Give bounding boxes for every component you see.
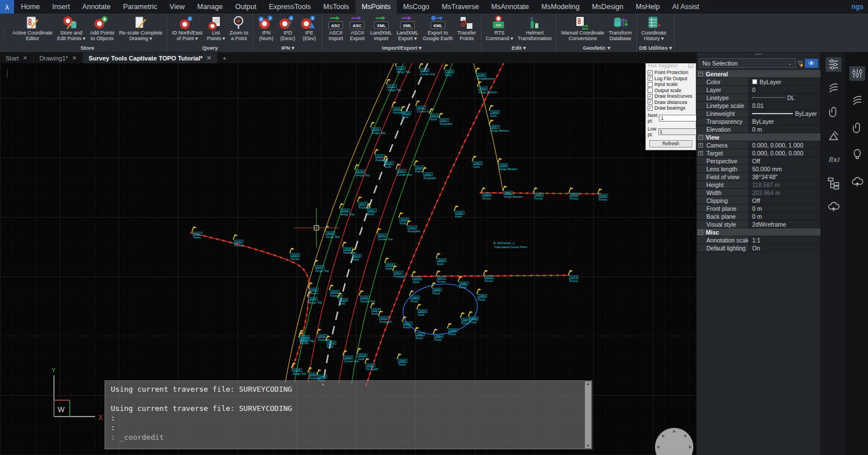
navigation-ball[interactable] — [655, 428, 693, 455]
group-label[interactable]: Query — [170, 44, 250, 52]
doc-tab-drawing1[interactable]: Drawing1*✕ — [34, 53, 83, 63]
menu-item-insert[interactable]: Insert — [46, 0, 76, 14]
survey-point[interactable]: 2086Pond — [458, 276, 468, 289]
checkbox[interactable]: ✓ — [648, 99, 653, 105]
survey-point[interactable]: 2030Footpath — [316, 328, 330, 341]
manual-coordinate-conversions-button[interactable]: Manual CoordinateConversions — [559, 15, 606, 42]
ribbon-grip[interactable]: ⋮⋮ — [0, 14, 8, 52]
checkbox[interactable]: ✓ — [648, 76, 653, 81]
property-value[interactable]: ByLayer — [795, 110, 817, 117]
survey-line-centerline[interactable] — [323, 63, 428, 385]
survey-point[interactable]: 2071Fence — [436, 270, 446, 283]
property-value[interactable]: ByLayer — [760, 79, 782, 85]
survey-point[interactable]: 2029Footpath — [329, 284, 342, 297]
survey-point[interactable]: 2007Footpath — [439, 112, 452, 125]
layers-b-icon[interactable] — [849, 93, 865, 108]
doc-tab-start[interactable]: Start✕ — [0, 53, 34, 63]
export-google-earth-button[interactable]: KMLExport toGoogle Earth — [420, 15, 455, 42]
section-view[interactable]: −View — [697, 133, 821, 141]
property-value[interactable]: 1:1 — [752, 237, 761, 244]
materials-icon[interactable] — [826, 128, 841, 143]
menu-item-msannotate[interactable]: MsAnnotate — [485, 0, 535, 14]
checkbox[interactable] — [648, 82, 653, 87]
rts-command-button[interactable]: </>RTSCommand ▾ — [484, 15, 516, 42]
toggle-draw-lines-curves[interactable]: ✓Draw lines/curves — [646, 93, 696, 99]
close-icon[interactable]: ✕ — [23, 55, 27, 61]
list-points-button[interactable]: ListPoints ▾ — [205, 15, 227, 42]
survey-point[interactable]: 2045Footpath — [364, 358, 378, 371]
property-value[interactable]: 0 m — [752, 205, 762, 212]
menu-item-msmodeling[interactable]: MsModeling — [535, 0, 585, 14]
menu-item-output[interactable]: Output — [229, 0, 263, 14]
survey-point[interactable]: 2061Kerb — [472, 155, 483, 168]
zoom-to-point-button[interactable]: Zoom toa Point — [227, 15, 250, 42]
survey-point[interactable]: 2028Footpath — [342, 241, 355, 254]
survey-point[interactable]: 2019Kerb — [401, 106, 411, 119]
survey-point[interactable]: 2034Verge Top — [339, 203, 354, 216]
cloud-b-icon[interactable] — [849, 175, 865, 189]
menu-item-ai-assist[interactable]: AI Assist — [666, 0, 705, 14]
survey-point[interactable]: 2020Kerb — [383, 155, 394, 168]
property-value[interactable]: 118.587 m — [752, 181, 780, 188]
checkbox[interactable]: ✓ — [648, 94, 653, 99]
survey-line-verge-left[interactable] — [285, 63, 394, 382]
close-icon[interactable]: ✕ — [72, 55, 76, 61]
survey-point[interactable]: 2047Verge Top — [314, 259, 329, 272]
scroll-up-icon[interactable]: ▲ — [587, 382, 589, 386]
landxml-import-button[interactable]: XMLLandXMLImport — [368, 15, 394, 42]
checkbox[interactable] — [648, 88, 653, 93]
ascii-import-button[interactable]: ASCASCIIImport — [325, 15, 346, 42]
group-label[interactable]: IPN ▾ — [255, 44, 320, 52]
property-value[interactable]: 0 — [752, 86, 756, 93]
survey-point[interactable]: 2070Kerb — [411, 271, 422, 284]
survey-point[interactable]: 2106VergeBottom — [475, 67, 495, 80]
close-icon[interactable]: ✕ — [206, 55, 211, 61]
landxml-export-button[interactable]: XMLLandXMLExport ▾ — [394, 15, 421, 42]
survey-point[interactable]: 2031Verge Top — [386, 79, 401, 92]
active-coordinate-editor-button[interactable]: Active CoordinateEditor — [10, 15, 55, 42]
property-value[interactable]: ByLayer — [752, 118, 774, 125]
survey-point[interactable]: 2018Kerb — [357, 348, 367, 361]
survey-point[interactable]: 2060Kerb — [489, 105, 500, 118]
survey-point[interactable]: 2001Trees — [192, 226, 202, 239]
doc-tab-survey-tools-captivate-topo-tutorial[interactable]: Survey Tools Captivate TOPO Tutorial*✕ — [83, 53, 218, 63]
new-tab-button[interactable]: + — [218, 53, 231, 63]
survey-point[interactable]: 2072Fence — [483, 270, 494, 283]
add-points-to-objects-button[interactable]: Add Pointsto Objects — [88, 15, 117, 42]
scroll-down-icon[interactable]: ▼ — [587, 444, 589, 448]
survey-point[interactable]: 2065Trees — [397, 353, 407, 366]
survey-line-footpath-left[interactable] — [294, 63, 403, 382]
command-scrollbar[interactable]: ▲ ▼ — [585, 382, 591, 448]
visibility-toggle-button[interactable]: 👁 — [805, 59, 818, 68]
property-value[interactable]: Off — [752, 158, 760, 164]
cloud-icon[interactable] — [826, 200, 841, 214]
selection-dropdown[interactable]: No Selection ⌄ — [699, 58, 796, 68]
store-edit-points-button[interactable]: Store andEdit Points ▾ — [55, 15, 88, 42]
survey-point[interactable]: 2059Verge Bottom — [502, 185, 523, 198]
survey-point[interactable]: 2011Footpath — [392, 265, 406, 278]
survey-point[interactable]: 2089Pond — [476, 288, 487, 301]
survey-point[interactable]: 2021Kerb — [366, 203, 377, 216]
survey-point[interactable]: 2022Kerb — [351, 248, 362, 261]
menu-item-home[interactable]: Home — [15, 0, 46, 14]
checkbox[interactable]: ✓ — [648, 106, 653, 111]
palette-pin-button[interactable] — [688, 63, 693, 68]
panels-v-icon[interactable] — [849, 66, 865, 81]
toggle-draw-bearings[interactable]: ✓Draw bearings — [646, 105, 696, 111]
ascii-export-button[interactable]: ASCASCIIExport — [346, 15, 368, 42]
ipe-elev-button[interactable]: iIPE(Elev) — [298, 15, 320, 42]
survey-point[interactable]: 2063Kerb — [436, 253, 446, 266]
menu-item-mspoints[interactable]: MsPoints — [355, 0, 397, 14]
group-label[interactable]: Edit ▾ — [484, 44, 554, 52]
survey-point[interactable]: 2003Fence — [289, 248, 300, 261]
app-logo-icon[interactable]: λ — [0, 0, 15, 14]
layers-icon[interactable] — [826, 81, 841, 96]
group-label[interactable]: Geodetic ▾ — [559, 44, 634, 52]
survey-point[interactable]: 2026Footpath — [374, 149, 388, 162]
property-value[interactable]: 202.964 m — [752, 189, 780, 196]
toggle-draw-distances[interactable]: ✓Draw distances — [646, 99, 696, 106]
property-value[interactable]: 0.000, 0.000, 0.000 — [752, 150, 804, 157]
attachments-icon[interactable] — [826, 105, 841, 119]
id-northeast-button[interactable]: iID North/Eastof Point ▾ — [170, 15, 205, 42]
next-pt-input[interactable] — [659, 115, 696, 122]
